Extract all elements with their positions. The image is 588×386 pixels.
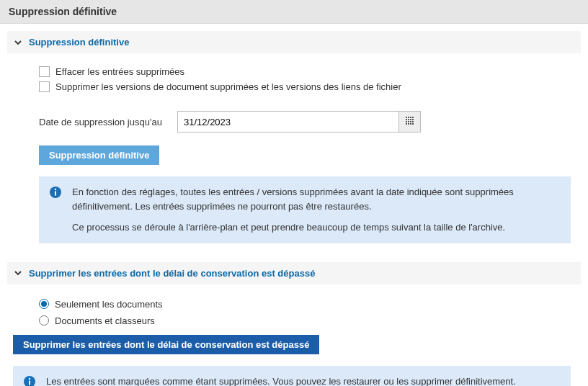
svg-rect-20 [29,380,30,385]
svg-rect-9 [408,121,409,122]
date-until-row: Date de suppression jusqu'au [39,111,574,133]
svg-rect-5 [408,119,409,120]
page-title: Suppression définitive [0,0,588,24]
chevron-down-icon [14,269,22,277]
info-text: En fonction des réglages, toutes les ent… [72,185,561,235]
section-delete-expired: Supprimer les entrées dont le délai de c… [7,262,581,387]
radio-icon [39,299,49,309]
chevron-down-icon [14,39,22,46]
date-picker-button[interactable] [399,111,421,133]
info-paragraph: En fonction des réglages, toutes les ent… [72,185,561,213]
date-until-label: Date de suppression jusqu'au [39,117,169,127]
checkbox-erase-deleted-entries[interactable]: Effacer les entrées supprimées [39,66,574,77]
section-delete-expired-header[interactable]: Supprimer les entrées dont le délai de c… [7,262,581,284]
permanent-delete-button[interactable]: Suppression définitive [39,145,159,165]
radio-icon [39,315,49,326]
svg-rect-17 [55,192,56,196]
section-permanent-delete-body: Effacer les entrées supprimées Supprimer… [7,53,581,255]
section-delete-expired-title: Supprimer les entrées dont le délai de c… [29,268,315,279]
radio-label: Documents et classeurs [55,315,155,326]
checkbox-delete-doc-versions[interactable]: Supprimer les versions de document suppr… [39,81,574,92]
info-paragraph: Les entrées sont marquées comme étant su… [46,374,561,387]
radio-label: Seulement les documents [55,299,163,310]
svg-point-21 [29,377,30,379]
date-until-input-wrap [177,111,421,133]
date-until-input[interactable] [177,111,399,133]
calendar-icon [405,116,415,128]
section-permanent-delete-header[interactable]: Suppression définitive [7,31,581,53]
svg-rect-10 [410,121,411,122]
svg-rect-12 [406,123,407,125]
delete-expired-button[interactable]: Supprimer les entrées dont le délai de c… [13,335,319,354]
svg-rect-8 [406,121,407,122]
svg-rect-6 [410,119,411,120]
info-icon [23,375,36,387]
section-permanent-delete: Suppression définitive Effacer les entré… [7,31,581,255]
svg-rect-1 [408,117,409,118]
section-permanent-delete-title: Suppression définitive [29,37,129,48]
info-text: Les entrées sont marquées comme étant su… [46,374,561,387]
svg-rect-11 [412,121,414,122]
checkbox-label: Supprimer les versions de document suppr… [55,81,401,92]
checkbox-label: Effacer les entrées supprimées [55,66,184,77]
section-delete-expired-body: Seulement les documents Documents et cla… [7,284,581,387]
svg-rect-15 [412,123,414,125]
svg-rect-0 [406,117,407,118]
checkbox-icon [39,66,50,77]
info-icon [49,186,62,199]
svg-rect-2 [410,117,411,118]
svg-rect-4 [406,119,407,120]
svg-point-18 [55,189,56,190]
svg-rect-14 [410,123,411,125]
info-box-delete-expired: Les entrées sont marquées comme étant su… [13,366,571,387]
svg-rect-13 [408,123,409,125]
radio-documents-and-folders[interactable]: Documents et classeurs [39,315,574,326]
info-paragraph: Ce processus se déroule à l'arrière-plan… [72,220,561,235]
info-box-permanent-delete: En fonction des réglages, toutes les ent… [39,176,571,243]
checkbox-icon [39,81,50,92]
svg-rect-3 [412,117,414,118]
svg-rect-7 [412,119,414,120]
radio-only-documents[interactable]: Seulement les documents [39,299,574,310]
